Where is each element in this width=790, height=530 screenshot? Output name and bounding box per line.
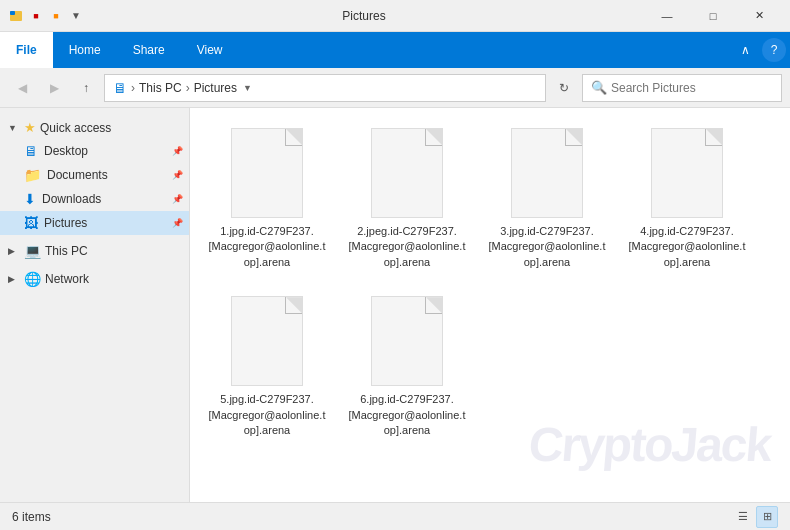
tab-file[interactable]: File bbox=[0, 32, 53, 68]
quick-access-header[interactable]: ▼ ★ Quick access bbox=[0, 116, 189, 139]
this-pc-chevron: ▶ bbox=[8, 246, 20, 256]
address-path[interactable]: 🖥 › This PC › Pictures ▼ bbox=[104, 74, 546, 102]
tab-view[interactable]: View bbox=[181, 32, 239, 68]
title-bar: ■ ■ ▼ Pictures — □ ✕ bbox=[0, 0, 790, 32]
quick-access-chevron: ▼ bbox=[8, 123, 20, 133]
file-name: 3.jpg.id-C279F237.[Macgregor@aolonline.t… bbox=[487, 224, 607, 270]
file-name: 2.jpeg.id-C279F237.[Macgregor@aolonline.… bbox=[347, 224, 467, 270]
file-item[interactable]: 6.jpg.id-C279F237.[Macgregor@aolonline.t… bbox=[342, 288, 472, 446]
network-section: ▶ 🌐 Network bbox=[0, 267, 189, 291]
file-thumbnail bbox=[231, 296, 303, 386]
file-item[interactable]: 2.jpeg.id-C279F237.[Macgregor@aolonline.… bbox=[342, 120, 472, 278]
pin-icon: ■ bbox=[48, 8, 64, 24]
quick-access-section: ▼ ★ Quick access 🖥 Desktop 📌 📁 Documents… bbox=[0, 116, 189, 235]
downloads-pin-icon: 📌 bbox=[172, 194, 183, 204]
path-this-pc[interactable]: This PC bbox=[139, 81, 182, 95]
up-button[interactable]: ↑ bbox=[72, 74, 100, 102]
tab-share[interactable]: Share bbox=[117, 32, 181, 68]
file-item[interactable]: 1.jpg.id-C279F237.[Macgregor@aolonline.t… bbox=[202, 120, 332, 278]
close-button[interactable]: ✕ bbox=[736, 0, 782, 32]
item-count: 6 items bbox=[12, 510, 51, 524]
file-item[interactable]: 4.jpg.id-C279F237.[Macgregor@aolonline.t… bbox=[622, 120, 752, 278]
window-controls: — □ ✕ bbox=[644, 0, 782, 32]
path-icon: 🖥 bbox=[113, 80, 127, 96]
path-separator-1: › bbox=[131, 81, 135, 95]
sidebar-item-documents[interactable]: 📁 Documents 📌 bbox=[0, 163, 189, 187]
file-thumbnail bbox=[651, 128, 723, 218]
file-name: 6.jpg.id-C279F237.[Macgregor@aolonline.t… bbox=[347, 392, 467, 438]
path-pictures[interactable]: Pictures bbox=[194, 81, 237, 95]
pictures-label: Pictures bbox=[44, 216, 87, 230]
main-layout: ▼ ★ Quick access 🖥 Desktop 📌 📁 Documents… bbox=[0, 108, 790, 502]
minimize-button[interactable]: — bbox=[644, 0, 690, 32]
tab-home[interactable]: Home bbox=[53, 32, 117, 68]
pictures-pin-icon: 📌 bbox=[172, 218, 183, 228]
search-box[interactable]: 🔍 bbox=[582, 74, 782, 102]
ribbon: File Home Share View ∧ ? bbox=[0, 32, 790, 68]
this-pc-header[interactable]: ▶ 💻 This PC bbox=[0, 239, 189, 263]
quick-access-star-icon: ★ bbox=[24, 120, 36, 135]
file-thumbnail bbox=[511, 128, 583, 218]
network-header[interactable]: ▶ 🌐 Network bbox=[0, 267, 189, 291]
network-label: Network bbox=[45, 272, 89, 286]
path-dropdown-icon[interactable]: ▼ bbox=[243, 83, 252, 93]
desktop-icon: 🖥 bbox=[24, 143, 38, 159]
grid-view-button[interactable]: ⊞ bbox=[756, 506, 778, 528]
window-title: Pictures bbox=[84, 9, 644, 23]
file-thumbnail bbox=[231, 128, 303, 218]
file-thumbnail bbox=[371, 128, 443, 218]
app-icon bbox=[8, 8, 24, 24]
file-name: 5.jpg.id-C279F237.[Macgregor@aolonline.t… bbox=[207, 392, 327, 438]
documents-pin-icon: 📌 bbox=[172, 170, 183, 180]
desktop-pin-icon: 📌 bbox=[172, 146, 183, 156]
file-item[interactable]: 5.jpg.id-C279F237.[Macgregor@aolonline.t… bbox=[202, 288, 332, 446]
this-pc-label: This PC bbox=[45, 244, 88, 258]
quick-access-label: Quick access bbox=[40, 121, 111, 135]
maximize-button[interactable]: □ bbox=[690, 0, 736, 32]
search-icon: 🔍 bbox=[591, 80, 607, 95]
sidebar: ▼ ★ Quick access 🖥 Desktop 📌 📁 Documents… bbox=[0, 108, 190, 502]
pictures-folder-icon: 🖼 bbox=[24, 215, 38, 231]
sidebar-item-pictures[interactable]: 🖼 Pictures 📌 bbox=[0, 211, 189, 235]
dropdown-icon[interactable]: ▼ bbox=[68, 8, 84, 24]
quick-access-icon: ■ bbox=[28, 8, 44, 24]
forward-button[interactable]: ▶ bbox=[40, 74, 68, 102]
network-chevron: ▶ bbox=[8, 274, 20, 284]
view-toggle-icons: ☰ ⊞ bbox=[732, 506, 778, 528]
file-name: 4.jpg.id-C279F237.[Macgregor@aolonline.t… bbox=[627, 224, 747, 270]
documents-label: Documents bbox=[47, 168, 108, 182]
file-name: 1.jpg.id-C279F237.[Macgregor@aolonline.t… bbox=[207, 224, 327, 270]
file-grid: 1.jpg.id-C279F237.[Macgregor@aolonline.t… bbox=[202, 120, 778, 446]
help-btn[interactable]: ? bbox=[762, 38, 786, 62]
list-view-button[interactable]: ☰ bbox=[732, 506, 754, 528]
sidebar-item-downloads[interactable]: ⬇ Downloads 📌 bbox=[0, 187, 189, 211]
documents-icon: 📁 bbox=[24, 167, 41, 183]
title-bar-app-icons: ■ ■ ▼ bbox=[8, 8, 84, 24]
search-input[interactable] bbox=[611, 81, 773, 95]
file-thumbnail bbox=[371, 296, 443, 386]
network-icon: 🌐 bbox=[24, 271, 41, 287]
sidebar-item-desktop[interactable]: 🖥 Desktop 📌 bbox=[0, 139, 189, 163]
downloads-icon: ⬇ bbox=[24, 191, 36, 207]
svg-rect-1 bbox=[10, 11, 15, 15]
refresh-button[interactable]: ↻ bbox=[550, 74, 578, 102]
status-bar: 6 items ☰ ⊞ bbox=[0, 502, 790, 530]
desktop-label: Desktop bbox=[44, 144, 88, 158]
file-area: 1.jpg.id-C279F237.[Macgregor@aolonline.t… bbox=[190, 108, 790, 502]
back-button[interactable]: ◀ bbox=[8, 74, 36, 102]
this-pc-icon: 💻 bbox=[24, 243, 41, 259]
file-item[interactable]: 3.jpg.id-C279F237.[Macgregor@aolonline.t… bbox=[482, 120, 612, 278]
this-pc-section: ▶ 💻 This PC bbox=[0, 239, 189, 263]
address-bar: ◀ ▶ ↑ 🖥 › This PC › Pictures ▼ ↻ 🔍 bbox=[0, 68, 790, 108]
downloads-label: Downloads bbox=[42, 192, 101, 206]
path-separator-2: › bbox=[186, 81, 190, 95]
ribbon-collapse-btn[interactable]: ∧ bbox=[733, 32, 758, 68]
